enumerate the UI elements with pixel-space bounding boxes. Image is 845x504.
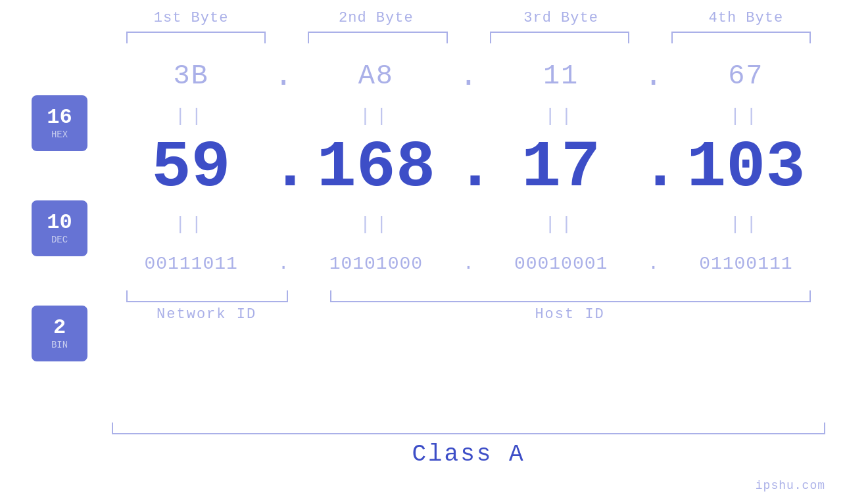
- top-brackets: [112, 32, 825, 43]
- dot-hex-1: .: [270, 58, 297, 94]
- bin-byte1: 00111011: [112, 254, 270, 274]
- bracket-top-2: [308, 32, 447, 43]
- bracket-top-4: [671, 32, 811, 43]
- dot-dec-2: .: [456, 135, 482, 201]
- hex-badge: 16 HEX: [32, 95, 87, 151]
- dec-row: 59 . 168 . 17 . 103: [112, 129, 825, 208]
- host-id-label: Host ID: [535, 306, 604, 323]
- dec-byte2: 168: [297, 135, 455, 201]
- bin-byte2: 10101000: [297, 254, 455, 274]
- hex-row: 3B . A8 . 11 . 67: [112, 50, 825, 103]
- bin-badge-label: BIN: [51, 340, 68, 350]
- equals-2-b2: ||: [297, 214, 455, 235]
- bracket-top-1: [126, 32, 266, 43]
- byte4-header: 4th Byte: [667, 10, 825, 26]
- hex-byte4: 67: [667, 60, 825, 92]
- dec-badge-label: DEC: [51, 235, 68, 245]
- bracket-top-3: [490, 32, 629, 43]
- equals-1-b3: ||: [482, 106, 640, 126]
- hex-byte3: 11: [482, 60, 640, 92]
- equals-2-b1: ||: [112, 214, 270, 235]
- bracket-bottom-network: [126, 290, 288, 302]
- byte3-header: 3rd Byte: [482, 10, 640, 26]
- hex-byte2: A8: [297, 60, 455, 92]
- equals-2-b3: ||: [482, 214, 640, 235]
- byte1-header: 1st Byte: [112, 10, 270, 26]
- hex-byte1: 3B: [112, 60, 270, 92]
- equals-row-2: || || || ||: [112, 208, 825, 241]
- dec-byte1: 59: [112, 135, 270, 201]
- class-row: Class A: [112, 423, 825, 468]
- equals-1-b2: ||: [297, 106, 455, 126]
- dot-dec-3: .: [640, 135, 667, 201]
- dec-byte4: 103: [667, 135, 825, 201]
- dec-badge: 10 DEC: [32, 200, 87, 256]
- hex-badge-label: HEX: [51, 129, 68, 140]
- header-row: 1st Byte 2nd Byte 3rd Byte 4th Byte: [112, 10, 825, 26]
- bin-byte4: 01100111: [667, 254, 825, 274]
- byte2-header: 2nd Byte: [297, 10, 455, 26]
- dot-bin-2: .: [456, 254, 482, 274]
- dec-badge-number: 10: [47, 212, 72, 233]
- class-bracket: [112, 423, 825, 434]
- dot-hex-3: .: [640, 58, 667, 94]
- bytes-grid: 1st Byte 2nd Byte 3rd Byte 4th Byte 3B .…: [112, 10, 825, 323]
- class-label: Class A: [412, 441, 525, 468]
- main-container: 16 HEX 10 DEC 2 BIN 1st Byte 2nd Byte 3r…: [0, 0, 845, 504]
- network-id-container: Network ID: [126, 306, 287, 323]
- network-id-label: Network ID: [157, 306, 256, 323]
- labels-row: Network ID Host ID: [112, 306, 825, 323]
- bottom-brackets: [112, 290, 825, 302]
- equals-2-b4: ||: [667, 214, 825, 235]
- equals-row-1: || || || ||: [112, 103, 825, 129]
- hex-badge-number: 16: [47, 107, 72, 128]
- bracket-bottom-host: [330, 290, 811, 302]
- bin-byte3: 00010001: [482, 254, 640, 274]
- dot-hex-2: .: [456, 58, 482, 94]
- bin-badge: 2 BIN: [32, 306, 87, 361]
- equals-1-b1: ||: [112, 106, 270, 126]
- bin-badge-number: 2: [53, 317, 66, 338]
- dot-bin-1: .: [270, 254, 297, 274]
- bin-row: 00111011 . 10101000 . 00010001 . 0110011…: [112, 241, 825, 286]
- dot-dec-1: .: [270, 135, 297, 201]
- host-id-container: Host ID: [329, 306, 811, 323]
- equals-1-b4: ||: [667, 106, 825, 126]
- dec-byte3: 17: [482, 135, 640, 201]
- watermark: ipshu.com: [756, 479, 825, 492]
- dot-bin-3: .: [640, 254, 667, 274]
